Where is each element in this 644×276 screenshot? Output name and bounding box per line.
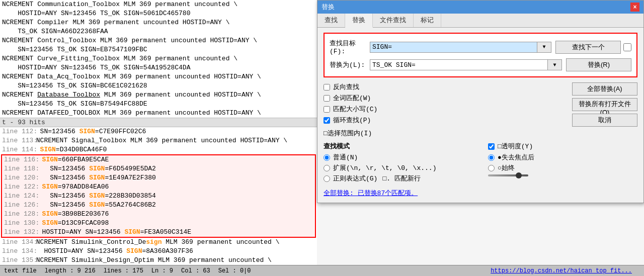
radio-normal[interactable] — [324, 154, 330, 161]
selected-region: line 116: SIGN=660FBA9E5CAE line 118: SN… — [1, 154, 316, 238]
tab-file-find[interactable]: 文件查找 — [373, 14, 414, 27]
code-line: NCREMENT DATAFEED_TOOLBOX MLM 369 perman… — [0, 109, 317, 118]
dialog-close-button[interactable]: × — [630, 3, 639, 12]
code-line: line 114: SIGN=D34D0BCA46F0 — [0, 145, 317, 154]
replace-dialog: 替换 × 查找 替换 文件查找 标记 查找目标(F): ▼ — [317, 0, 644, 203]
transparency-slider — [488, 174, 637, 176]
code-line: line 126: SN=123456 SIGN=55A2764C86B2 — [2, 201, 315, 210]
col-label: Col : 63 — [181, 267, 210, 274]
code-editor: NCREMENT Communication_Toolbox MLM 369 p… — [0, 0, 317, 265]
find-label: 查找目标(F): — [330, 39, 370, 55]
code-line: line 113: NCREMENT Signal_Toolbox MLM 36… — [0, 136, 317, 145]
file-type-label: text file — [4, 267, 37, 274]
radio-normal-row: 普通(N) — [324, 153, 473, 162]
match-case-checkbox[interactable] — [324, 106, 330, 113]
replace-button[interactable]: 替换(R) — [566, 58, 631, 71]
find-next-button[interactable]: 查找下一个 — [555, 41, 621, 54]
replace-result-text[interactable]: 全部替换: 已替换87个匹配项。 — [324, 189, 637, 198]
loop-search-label: 循环查找(P) — [333, 116, 371, 125]
dialog-body: 查找目标(F): ▼ 查找下一个 替换为(L): — [317, 28, 643, 203]
radio-focus-loss-row: ●失去焦点后 — [488, 153, 637, 162]
loop-search-row: 循环查找(P) — [324, 116, 561, 125]
radio-extend-label: 扩展(\n, \r, \t, \0, \x...) — [333, 163, 436, 172]
code-line: NCREMENT Compiler MLM 369 permanent unco… — [0, 18, 317, 27]
radio-always[interactable] — [488, 165, 495, 171]
radio-focus-loss[interactable] — [488, 154, 495, 161]
replace-dialog-panel: 替换 × 查找 替换 文件查找 标记 查找目标(F): ▼ — [317, 0, 644, 265]
radio-regex-suffix: □. 匹配新行 — [382, 174, 420, 183]
radio-extend[interactable] — [324, 165, 330, 171]
radio-extend-row: 扩展(\n, \r, \t, \0, \x...) — [324, 163, 473, 172]
length-label: length : 9 216 — [45, 267, 96, 274]
reverse-search-row: 反向查找 — [324, 82, 561, 91]
cancel-button[interactable]: 取消 — [572, 114, 637, 127]
code-line: HOSTID=ANY SN=123456 TS_OK SIGN=54A19528… — [0, 63, 317, 72]
code-line: line 122: SIGN=978ADD84EA06 — [2, 182, 315, 192]
find-dropdown[interactable]: ▼ — [537, 42, 551, 53]
code-line: line 132: HOSTID=ANY SN=123456 SIGN=FE3A… — [2, 228, 315, 237]
code-line: NCREMENT Communication_Toolbox MLM 369 p… — [0, 0, 317, 9]
ln-label: Ln : 9 — [151, 267, 173, 274]
code-line: line 120: SN=123456 SIGN=1E49A7E2F380 — [2, 173, 315, 182]
radio-always-row: ○始终 — [488, 163, 637, 172]
code-line: NCREMENT Control_Toolbox MLM 369 permane… — [0, 36, 317, 45]
transparency-checkbox[interactable] — [488, 143, 495, 150]
code-line: NCREMENT Curve_Fitting_Toolbox MLM 369 p… — [0, 54, 317, 63]
dialog-title: 替换 — [321, 3, 335, 12]
selection-checkbox-row: □选择范围内(I) — [324, 129, 637, 138]
radio-regex-label: 正则表达式(G) — [333, 174, 377, 183]
code-line: line 124: SN=123456 SIGN=228B30D03854 — [2, 192, 315, 201]
code-line: line 112: SN=123456 SIGN=C7E90FFC02C6 — [0, 127, 317, 136]
replace-dropdown[interactable]: ▼ — [548, 59, 562, 70]
radio-normal-label: 普通(N) — [333, 153, 358, 162]
whole-word-label: 全词匹配(W) — [333, 94, 371, 103]
find-next-checkbox[interactable] — [623, 43, 631, 51]
radio-regex[interactable] — [324, 175, 330, 182]
radio-always-label: ○始终 — [498, 163, 515, 172]
whole-word-checkbox[interactable] — [324, 95, 330, 102]
transparency-title: □透明度(Y) — [498, 142, 533, 151]
lines-label: lines : 175 — [104, 267, 143, 274]
code-line: SN=123456 TS_OK SIGN=B75494FC88DE — [0, 100, 317, 109]
code-line: TS_OK SIGN=A66D22368FAA — [0, 27, 317, 36]
dialog-buttons: 全部替换(A) 替换所有打开文件(O) 取消 — [572, 82, 637, 127]
code-line: SN=123456 TS_OK SIGN=BC6E1C021628 — [0, 81, 317, 90]
replace-label: 替换为(L): — [330, 60, 370, 69]
tab-find[interactable]: 查找 — [317, 14, 345, 27]
dialog-titlebar: 替换 × — [317, 1, 643, 14]
code-line: line 134: NCREMENT Simulink_Control_Desi… — [0, 238, 317, 247]
search-mode-title: 查找模式 — [324, 142, 473, 151]
slider-thumb[interactable] — [516, 172, 522, 178]
tab-mark[interactable]: 标记 — [414, 14, 441, 27]
replace-input[interactable] — [370, 59, 548, 70]
code-line: line 116: SIGN=660FBA9E5CAE — [2, 155, 315, 164]
code-line: NCREMENT Data_Acq_Toolbox MLM 369 perman… — [0, 72, 317, 81]
sel-label: Sel : 0|0 — [218, 267, 251, 274]
status-bar: text file length : 9 216 lines : 175 Ln … — [0, 265, 644, 276]
find-input[interactable] — [370, 42, 537, 53]
code-line: NCREMENT Database_Toolbox MLM 369 perman… — [0, 90, 317, 100]
code-line: line 130: SIGN=D13C9FCAC098 — [2, 219, 315, 228]
search-mode-section: 查找模式 普通(N) 扩展(\n, \r, \t, \0, \x...) 正则表… — [324, 142, 473, 185]
code-line: line 118: SN=123456 SIGN=F6D5499E5DA2 — [2, 164, 315, 173]
dialog-tabs: 查找 替换 文件查找 标记 — [317, 14, 643, 28]
code-line: line 128: SIGN=3B98BE203676 — [2, 210, 315, 219]
search-replace-box: 查找目标(F): ▼ 查找下一个 替换为(L): — [324, 33, 637, 77]
search-separator: t - 93 hits — [0, 118, 317, 127]
tab-replace[interactable]: 替换 — [345, 14, 373, 28]
loop-search-checkbox[interactable] — [324, 117, 330, 124]
radio-focus-loss-label: ●失去焦点后 — [498, 153, 534, 162]
reverse-search-checkbox[interactable] — [324, 84, 330, 90]
selection-label: □选择范围内(I) — [324, 129, 372, 138]
code-line: SN=123456 TS_OK SIGN=EB7547109FBC — [0, 45, 317, 54]
replace-in-all-button[interactable]: 替换所有打开文件(O) — [572, 98, 637, 111]
code-line: line 135: NCREMENT Simulink_Design_Optim… — [0, 256, 317, 265]
slider-track — [488, 174, 528, 176]
code-line: line 134: HOSTID=ANY SN=123456 SIGN=8A36… — [0, 247, 317, 256]
radio-regex-row: 正则表达式(G) □. 匹配新行 — [324, 174, 473, 183]
transparency-checkbox-row: □透明度(Y) — [488, 142, 637, 151]
reverse-search-label: 反向查找 — [333, 82, 359, 91]
code-line: HOSTID=ANY SN=123456 TS_OK SIGN=5061DC46… — [0, 9, 317, 18]
replace-all-button[interactable]: 全部替换(A) — [572, 82, 637, 96]
match-case-row: 匹配大小写(C) — [324, 105, 561, 114]
